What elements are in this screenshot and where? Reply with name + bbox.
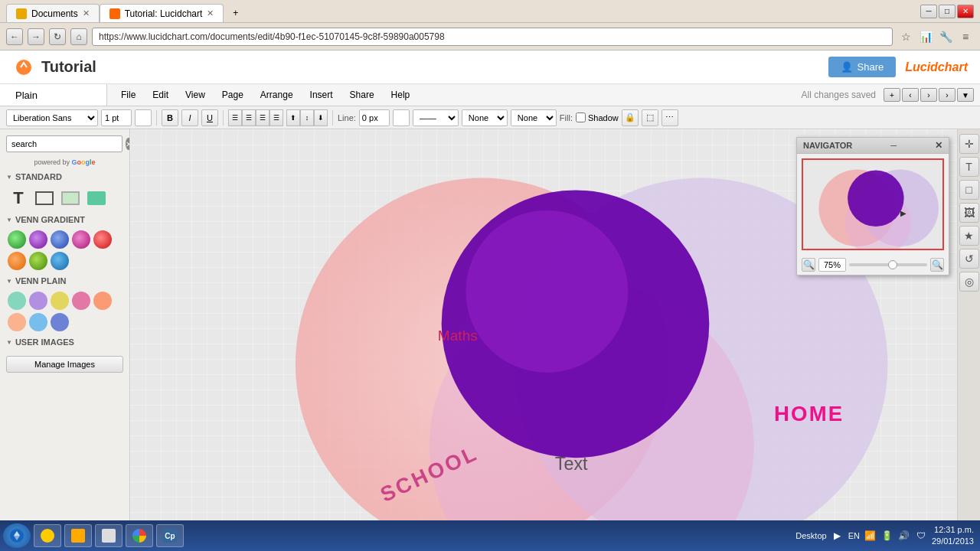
vg-orange-circle[interactable] — [8, 252, 26, 270]
valign-bot-button[interactable]: ⬇ — [314, 109, 328, 126]
menu-icon[interactable]: ≡ — [957, 28, 974, 45]
taskbar-files-button[interactable] — [95, 524, 122, 547]
vg-blue-circle[interactable] — [51, 230, 69, 249]
address-bar[interactable]: https://www.lucidchart.com/documents/edi… — [92, 28, 893, 46]
minimize-button[interactable]: ─ — [920, 5, 937, 18]
shadow-checkbox-area[interactable]: Shadow — [576, 112, 619, 122]
more-icon[interactable]: › — [939, 88, 956, 102]
tab-lucidchart[interactable]: Tutorial: Lucidchart ✕ — [100, 4, 224, 22]
vg-lime-circle[interactable] — [29, 252, 47, 270]
filled-rect-shape[interactable] — [60, 187, 81, 209]
menu-file[interactable]: File — [113, 88, 143, 102]
next-icon[interactable]: › — [920, 88, 937, 102]
speaker-icon[interactable]: ▶ — [831, 530, 844, 542]
vp-salmon-circle[interactable] — [8, 313, 26, 331]
search-input[interactable] — [6, 135, 122, 152]
menu-view[interactable]: View — [178, 88, 213, 102]
canvas-area[interactable]: Maths SCHOOL Text HOME NAVIGATOR ─ ✕ — [130, 129, 980, 551]
venn-plain-section-header[interactable]: ▼ VENN PLAIN — [0, 273, 129, 289]
vp-blue-circle[interactable] — [29, 313, 47, 331]
shape-tool-button[interactable]: □ — [959, 180, 979, 200]
home-button[interactable]: ⌂ — [70, 28, 87, 45]
venn-gradient-section-header[interactable]: ▼ VENN GRADIENT — [0, 212, 129, 227]
underline-button[interactable]: U — [201, 109, 218, 126]
line-start-dropdown[interactable]: None — [462, 109, 508, 126]
italic-button[interactable]: I — [181, 109, 198, 126]
font-family-dropdown[interactable]: Liberation Sans — [6, 109, 98, 126]
settings-icon[interactable]: ▼ — [957, 88, 974, 102]
forward-button[interactable]: → — [28, 28, 44, 45]
vp-purple-circle[interactable] — [29, 292, 47, 310]
lock-button[interactable]: 🔒 — [622, 109, 639, 126]
zoom-in-button[interactable]: 🔍 — [930, 258, 944, 272]
taskbar-chrome-button[interactable] — [126, 524, 153, 547]
close-button[interactable]: ✕ — [957, 5, 974, 18]
menu-arrange[interactable]: Arrange — [253, 88, 301, 102]
text-tool-button[interactable]: T — [959, 157, 979, 177]
vp-navy-circle[interactable] — [51, 313, 69, 331]
vp-teal-circle[interactable] — [8, 292, 26, 310]
navigator-minimize-button[interactable]: ─ — [890, 141, 897, 150]
align-left-button[interactable]: ☰ — [228, 109, 242, 126]
volume-icon[interactable]: 🔊 — [898, 530, 910, 542]
taskbar-folder-button[interactable] — [64, 524, 92, 547]
back-button[interactable]: ← — [6, 28, 23, 45]
navigator-preview[interactable]: ▶ — [802, 158, 944, 250]
vg-pink-circle[interactable] — [72, 230, 90, 249]
prev-icon[interactable]: ‹ — [902, 88, 919, 102]
align-right-button[interactable]: ☰ — [256, 109, 270, 126]
history-tool-button[interactable]: ↺ — [959, 249, 979, 269]
vp-magenta-circle[interactable] — [72, 292, 90, 310]
refresh-button[interactable]: ↻ — [49, 28, 66, 45]
taskbar-cp-button[interactable]: Cp — [156, 524, 184, 547]
security-icon[interactable]: 🛡 — [915, 530, 927, 542]
shadow-checkbox[interactable] — [576, 112, 586, 122]
battery-icon[interactable]: 🔋 — [881, 530, 893, 542]
maximize-button[interactable]: □ — [939, 5, 956, 18]
font-size-input[interactable] — [101, 109, 132, 126]
valign-top-button[interactable]: ⬆ — [286, 109, 300, 126]
tab-documents[interactable]: Documents ✕ — [6, 4, 100, 22]
text-shape[interactable]: T — [8, 187, 29, 209]
menu-page[interactable]: Page — [214, 88, 251, 102]
documents-tab-close[interactable]: ✕ — [83, 8, 90, 18]
vp-yellow-circle[interactable] — [51, 292, 69, 310]
menu-insert[interactable]: Insert — [302, 88, 341, 102]
image-tool-button[interactable]: 🖼 — [959, 203, 979, 223]
zoom-out-button[interactable]: 🔍 — [802, 258, 815, 272]
target-tool-button[interactable]: ◎ — [959, 272, 979, 292]
wifi-icon[interactable]: 📶 — [864, 530, 877, 542]
align-justify-button[interactable]: ☰ — [270, 109, 283, 126]
user-images-section-header[interactable]: ▼ USER IMAGES — [0, 334, 129, 350]
stats-icon[interactable]: 📊 — [917, 28, 934, 45]
zoom-slider[interactable] — [849, 263, 927, 266]
new-tab-button[interactable]: + — [224, 4, 247, 22]
rectangle-shape[interactable] — [34, 187, 55, 209]
add-icon[interactable]: + — [884, 88, 900, 102]
vg-green-circle[interactable] — [8, 230, 26, 249]
line-color-swatch[interactable] — [393, 109, 410, 126]
bookmark-icon[interactable]: ☆ — [897, 28, 914, 45]
menu-edit[interactable]: Edit — [145, 88, 176, 102]
taskbar-explorer-button[interactable] — [34, 524, 61, 547]
line-width-input[interactable] — [359, 109, 390, 126]
align-center-button[interactable]: ☰ — [242, 109, 256, 126]
more-format-button[interactable]: ⋯ — [662, 109, 678, 126]
vg-red-circle[interactable] — [93, 230, 112, 249]
vp-orange-circle[interactable] — [93, 292, 112, 310]
navigator-close-button[interactable]: ✕ — [935, 140, 942, 151]
valign-mid-button[interactable]: ↕ — [300, 109, 314, 126]
star-tool-button[interactable]: ★ — [959, 226, 979, 246]
share-button[interactable]: 👤 Share — [828, 57, 897, 77]
color-rect-shape[interactable] — [86, 187, 107, 209]
menu-share[interactable]: Share — [342, 88, 382, 102]
manage-images-button[interactable]: Manage Images — [6, 356, 123, 373]
bold-button[interactable]: B — [162, 109, 178, 126]
lucidchart-tab-close[interactable]: ✕ — [207, 8, 214, 18]
start-button[interactable] — [3, 523, 31, 548]
line-end-dropdown[interactable]: None — [511, 109, 557, 126]
line-style-dropdown[interactable]: —— — [413, 109, 459, 126]
arrange-button[interactable]: ⬚ — [642, 109, 658, 126]
font-color-swatch[interactable] — [135, 109, 152, 126]
select-tool-button[interactable]: ✛ — [959, 134, 979, 154]
